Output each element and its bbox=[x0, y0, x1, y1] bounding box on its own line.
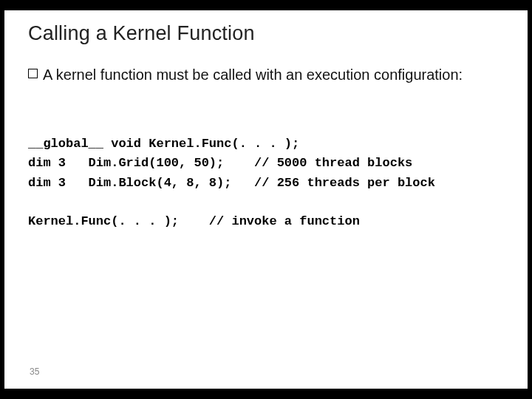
page-number: 35 bbox=[30, 366, 39, 377]
bullet-text: A kernel function must be called with an… bbox=[43, 65, 463, 84]
code-block: __global__ void Kernel.Func(. . . ); dim… bbox=[28, 134, 513, 232]
slide: Calling a Kernel Function A kernel funct… bbox=[4, 10, 528, 389]
code-line: Kernel.Func(. . . ); // invoke a functio… bbox=[28, 214, 360, 228]
code-line: __global__ void Kernel.Func(. . . ); bbox=[28, 137, 299, 151]
bullet-item: A kernel function must be called with an… bbox=[28, 65, 505, 84]
slide-title: Calling a Kernel Function bbox=[28, 22, 513, 45]
square-bullet-icon bbox=[28, 69, 38, 78]
code-line: dim 3 Dim.Block(4, 8, 8); // 256 threads… bbox=[28, 176, 435, 190]
slide-body: A kernel function must be called with an… bbox=[28, 65, 505, 84]
code-line: dim 3 Dim.Grid(100, 50); // 5000 thread … bbox=[28, 156, 412, 170]
